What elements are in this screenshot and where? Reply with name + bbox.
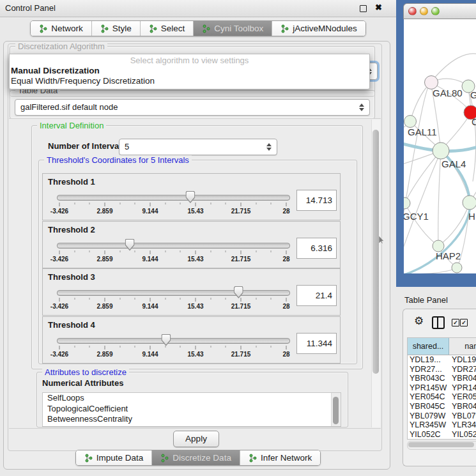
control-panel: Control Panel ✖ Network Style [0, 0, 396, 476]
slider-handle[interactable] [234, 286, 243, 298]
network-icon [280, 24, 289, 33]
network-edge[interactable] [431, 54, 476, 82]
table-cell-shared-name[interactable]: YPR145W [410, 383, 449, 393]
threshold-slider[interactable]: -3.4262.8599.14415.4321.71528 [47, 189, 293, 219]
table-data-group: Table Data galFiltered.sif default node [10, 90, 375, 119]
table-cell-name[interactable]: YDR27... [452, 365, 476, 374]
table-row[interactable]: YBR043C YBR043C [408, 374, 476, 383]
table-row[interactable]: YER054C YER054C [408, 392, 476, 402]
tab-discretize-data[interactable]: Discretize Data [151, 450, 240, 465]
table-cell-name[interactable]: YBR045C [452, 402, 476, 411]
table-cell-name[interactable]: YBR043C [452, 374, 476, 383]
table-data-combobox[interactable]: galFiltered.sif default node [15, 99, 370, 116]
threshold-slider[interactable]: -3.4262.8599.14415.4321.71528 [47, 332, 293, 362]
table-cell-shared-name[interactable]: YBR045C [410, 402, 449, 411]
table-cell-shared-name[interactable]: YDR27... [410, 365, 449, 374]
slider-track[interactable] [57, 290, 290, 296]
table-cell-shared-name[interactable]: YLR345W [410, 420, 449, 430]
slider-track[interactable] [57, 338, 290, 344]
slider-handle[interactable] [125, 239, 135, 251]
checkbox-checked-icon[interactable]: ✓ [460, 319, 468, 326]
threshold-value-field[interactable]: 11.344 [296, 333, 337, 354]
numerical-attributes-listbox[interactable]: SelfLoopsTopologicalCoefficientBetweenne… [42, 392, 341, 427]
table-cell-name[interactable]: YLR345W [452, 420, 476, 430]
table-cell-name[interactable]: YER054C [452, 392, 476, 402]
network-window-titlebar [403, 3, 476, 19]
column-header-name[interactable]: name [449, 338, 476, 355]
table-row[interactable]: YIL052C YIL052C [408, 430, 476, 440]
tab-impute-data[interactable]: Impute Data [76, 450, 152, 465]
top-tab-bar-wrap: Network Style Select [0, 20, 396, 36]
slider-track[interactable] [57, 195, 290, 201]
slider-track[interactable] [57, 243, 290, 249]
bottom-tab-bar-wrap: Impute Data Discretize Data Infer Networ… [0, 450, 396, 466]
algorithm-option[interactable]: Equal Width/Frequency Discretization [10, 76, 369, 86]
close-traffic-light-icon[interactable] [408, 7, 417, 15]
table-horizontal-scrollbar[interactable] [407, 441, 476, 450]
attribute-item[interactable]: BetweennessCentrality [43, 414, 341, 425]
threshold-slider[interactable]: -3.4262.8599.14415.4321.71528 [47, 284, 293, 314]
network-node[interactable] [433, 142, 449, 159]
network-node-label: C [472, 116, 476, 127]
table-cell-name[interactable]: YDL19... [452, 355, 476, 365]
attribute-item[interactable]: TopologicalCoefficient [43, 404, 341, 415]
network-node-label: GAL4 [441, 158, 466, 169]
settings-scroll-area: Interval Definition Number of Intervals … [9, 118, 381, 429]
minimize-traffic-light-icon[interactable] [420, 7, 428, 15]
table-cell-name[interactable]: YBL079W [452, 411, 476, 421]
table-cell-shared-name[interactable]: YBL079W [410, 411, 449, 421]
slider-handle[interactable] [161, 334, 171, 346]
table-row[interactable]: YDR27... YDR27... [408, 365, 476, 374]
numerical-attributes-label: Numerical Attributes [42, 378, 123, 388]
threshold-value-field[interactable]: 6.316 [296, 238, 337, 259]
table-data-value: galFiltered.sif default node [20, 102, 118, 112]
tab-network[interactable]: Network [31, 21, 91, 36]
threshold-panel: Threshold 4 -3.4262.8599.14415.4321.7152… [42, 316, 341, 364]
table-row[interactable]: YDL19... YDL19... [408, 355, 476, 365]
threshold-value-field[interactable]: 14.713 [296, 190, 337, 211]
zoom-traffic-light-icon[interactable] [431, 7, 440, 15]
checkbox-checked-icon[interactable]: ✓ [452, 319, 459, 326]
network-edge[interactable] [468, 87, 476, 181]
tab-select[interactable]: Select [140, 21, 194, 36]
network-canvas[interactable]: GAL80GACGAL11GAL4GCY1HHAP2 [404, 19, 476, 273]
table-cell-shared-name[interactable]: YER054C [410, 392, 449, 402]
network-node[interactable] [404, 197, 410, 209]
table-row[interactable]: YPR145W YPR145W [408, 383, 476, 393]
tab-label: Select [161, 24, 185, 33]
table-row[interactable]: YBR045C YBR045C [408, 402, 476, 411]
tab-cyni-toolbox[interactable]: Cyni Toolbox [193, 21, 272, 36]
table-cell-name[interactable]: YPR145W [452, 383, 476, 393]
apply-button[interactable]: Apply [173, 431, 219, 447]
network-edge[interactable] [410, 83, 430, 121]
tab-infer-network[interactable]: Infer Network [240, 450, 320, 465]
network-node[interactable] [452, 263, 462, 273]
interval-definition-group: Interval Definition Number of Intervals … [31, 125, 363, 369]
attributes-scrollbar[interactable] [331, 393, 341, 426]
attribute-item[interactable]: SelfLoops [43, 393, 341, 404]
threshold-slider[interactable]: -3.4262.8599.14415.4321.71528 [47, 237, 293, 266]
threshold-value-field[interactable]: 21.4 [296, 285, 337, 306]
table-row[interactable]: YLR345W YLR345W [408, 420, 476, 430]
table-cell-shared-name[interactable]: YDL19... [410, 355, 449, 365]
slider-handle[interactable] [185, 191, 195, 203]
settings-gear-icon[interactable]: ⚙ [414, 314, 424, 328]
float-window-icon[interactable] [360, 5, 367, 12]
table-cell-shared-name[interactable]: YIL052C [410, 430, 449, 440]
close-icon[interactable]: ✖ [375, 3, 382, 12]
tab-style[interactable]: Style [91, 21, 140, 36]
table-cell-name[interactable]: YIL052C [452, 430, 476, 440]
table-row[interactable]: YBL079W YBL079W [408, 411, 476, 421]
network-edge[interactable] [405, 204, 437, 245]
network-edge[interactable] [438, 151, 441, 245]
table-cell-shared-name[interactable]: YBR043C [410, 374, 449, 383]
tab-jactivemnodules[interactable]: jActiveMNodules [272, 21, 365, 36]
network-node[interactable] [463, 196, 476, 210]
group-title: Interval Definition [37, 121, 106, 130]
network-node[interactable] [404, 116, 417, 128]
split-columns-icon[interactable] [432, 316, 445, 329]
panel-vertical-scrollbar[interactable] [371, 119, 380, 427]
algorithm-option[interactable]: Manual Discretization [10, 66, 369, 76]
number-of-intervals-combobox[interactable]: 5 [119, 139, 277, 155]
column-header-shared-name[interactable]: shared... [408, 338, 449, 355]
